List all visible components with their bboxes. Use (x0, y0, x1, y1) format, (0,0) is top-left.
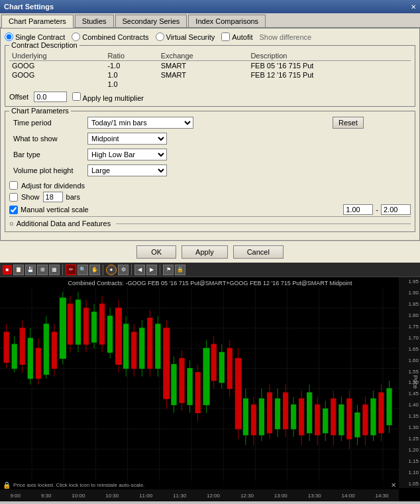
bars-label: bars (66, 193, 80, 201)
time-label-1130: 11:30 (173, 493, 186, 499)
price-label-145: 1.45 (400, 391, 419, 397)
single-contract-radio[interactable] (5, 32, 13, 41)
price-label-180: 1.80 (400, 312, 419, 318)
lock-bar: 🔒 Price axis locked. Click lock icon to … (0, 480, 399, 489)
what-to-show-select[interactable]: Midpoint Trades Bid Ask (87, 133, 167, 145)
row1-description: FEB 12 '16 715 Put (248, 70, 411, 80)
contract-description-title: Contract Description (9, 41, 79, 49)
price-label-175: 1.75 (400, 324, 419, 330)
apply-leg-multiplier-label[interactable]: Apply leg multiplier (72, 92, 144, 102)
toolbar-icon-6[interactable]: ✏ (66, 265, 76, 275)
row2-description (248, 80, 411, 89)
toolbar-icon-5[interactable]: ▦ (49, 265, 60, 275)
tab-chart-parameters[interactable]: Chart Parameters (1, 15, 74, 28)
row2-underlying (9, 80, 105, 89)
toolbar-icon-10[interactable]: ⚙ (118, 265, 129, 275)
tabs-bar: Chart Parameters Studies Secondary Serie… (0, 13, 420, 28)
price-label-115: 1.15 (400, 458, 419, 464)
price-label-190: 1.90 (400, 290, 419, 296)
time-label-1400: 14:00 (342, 493, 355, 499)
manual-scale-label: Manual vertical scale (21, 206, 341, 214)
time-label-1300: 13:00 (274, 493, 288, 499)
price-label-105: 1.05 (400, 481, 419, 487)
autofit-checkbox-label[interactable]: Autofit (221, 32, 252, 41)
row0-exchange: SMART (158, 61, 248, 71)
apply-button[interactable]: Apply (182, 245, 228, 259)
offset-input[interactable] (34, 92, 67, 102)
toolbar-icon-3[interactable]: 💾 (25, 265, 36, 275)
time-axis: 9:00 9:30 10:00 10:30 11:00 11:30 12:00 … (0, 489, 399, 501)
scale-max-input[interactable] (381, 204, 411, 215)
cancel-button[interactable]: Cancel (233, 245, 284, 259)
show-label: Show (21, 193, 40, 201)
toolbar-icon-9[interactable]: ● (106, 265, 117, 275)
params-table: Time period Today/1 min bars 1 Day/5 min… (9, 114, 411, 179)
additional-data-row: ○ Additional Data and Features (9, 216, 411, 227)
lock-icon[interactable]: 🔒 (3, 481, 11, 489)
toolbar-icon-7[interactable]: 🔍 (78, 265, 88, 275)
col-underlying: Underlying (9, 51, 105, 61)
adjust-dividends-label: Adjust for dividends (21, 182, 85, 190)
scale-separator: - (376, 206, 378, 214)
time-label-1000: 10:00 (72, 493, 85, 499)
close-lock-icon[interactable]: ✕ (391, 481, 396, 489)
bar-type-select[interactable]: High Low Bar Candlestick Line Histogram (87, 149, 167, 160)
time-period-select[interactable]: Today/1 min bars 1 Day/5 min bars 1 Week… (87, 117, 193, 129)
chart-area: ■ 📋 💾 ⊞ ▦ ✏ 🔍 ✋ ● ⚙ ◀ ▶ ⚑ 🔒 Combined Con… (0, 263, 420, 501)
row2-exchange (158, 80, 248, 89)
toolbar-icon-13[interactable]: ⚑ (163, 265, 174, 275)
toolbar-icon-8[interactable]: ✋ (89, 265, 100, 275)
row0-underlying: GOOG (9, 61, 105, 71)
toolbar-icon-11[interactable]: ◀ (134, 265, 145, 275)
show-bars-checkbox[interactable] (9, 193, 18, 202)
price-label-170: 1.70 (400, 335, 419, 341)
virtual-security-radio-label[interactable]: Virtual Security (156, 32, 215, 41)
chart-toolbar: ■ 📋 💾 ⊞ ▦ ✏ 🔍 ✋ ● ⚙ ◀ ▶ ⚑ 🔒 (0, 263, 420, 277)
time-period-label: Time period (11, 115, 83, 130)
tab-index-comparisons[interactable]: Index Comparisons (188, 15, 266, 27)
toolbar-icon-12[interactable]: ▶ (146, 265, 157, 275)
volume-plot-row: Volume plot height Large Medium Small (11, 163, 409, 178)
tab-studies[interactable]: Studies (75, 15, 114, 27)
reset-cell: Reset (330, 115, 409, 130)
single-contract-radio-label[interactable]: Single Contract (5, 32, 65, 41)
toolbar-icon-1[interactable]: ■ (3, 265, 12, 275)
chart-title: Combined Contracts: -GOOG FEB 05 '16 715… (0, 280, 420, 286)
ok-button[interactable]: OK (136, 245, 176, 259)
time-label-1430: 14:30 (376, 493, 389, 499)
additional-data-label: Additional Data and Features (17, 220, 111, 227)
autofit-checkbox[interactable] (221, 32, 230, 41)
price-label-155: 1.55 (400, 369, 419, 375)
reset-button[interactable]: Reset (333, 117, 364, 129)
manual-scale-checkbox[interactable] (9, 206, 18, 214)
show-bars-input[interactable] (43, 192, 63, 202)
time-label-1200: 12:00 (207, 493, 220, 499)
combined-contract-label: Combined Contracts (82, 33, 148, 41)
toolbar-icon-2[interactable]: 📋 (13, 265, 24, 275)
close-icon[interactable]: ✕ (411, 3, 416, 11)
combined-contract-radio-label[interactable]: Combined Contracts (72, 32, 148, 41)
row0-ratio: -1.0 (105, 61, 158, 71)
scale-min-input[interactable] (343, 204, 373, 215)
combined-contract-radio[interactable] (72, 32, 80, 41)
col-ratio: Ratio (105, 51, 158, 61)
table-row: GOOG -1.0 SMART FEB 05 '16 715 Put (9, 61, 411, 71)
row1-exchange: SMART (158, 70, 248, 80)
tab-secondary-series[interactable]: Secondary Series (115, 15, 187, 27)
row0-description: FEB 05 '16 715 Put (248, 61, 411, 71)
toolbar-icon-4[interactable]: ⊞ (37, 265, 48, 275)
what-to-show-label: What to show (11, 131, 83, 146)
contract-table: Underlying Ratio Exchange Description GO… (9, 51, 411, 89)
toolbar-icon-14[interactable]: 🔒 (175, 265, 185, 275)
apply-leg-multiplier-checkbox[interactable] (72, 92, 81, 101)
bar-type-label: Bar type (11, 147, 83, 162)
table-row: GOOG 1.0 SMART FEB 12 '16 715 Put (9, 70, 411, 80)
row1-underlying: GOOG (9, 70, 105, 80)
expand-icon[interactable]: ○ (9, 220, 14, 227)
virtual-security-label: Virtual Security (166, 33, 215, 41)
bar-type-cell: High Low Bar Candlestick Line Histogram (85, 147, 329, 162)
virtual-security-radio[interactable] (156, 32, 164, 41)
volume-plot-select[interactable]: Large Medium Small (87, 164, 167, 176)
row2-ratio: 1.0 (105, 80, 158, 89)
adjust-dividends-checkbox[interactable] (9, 181, 18, 190)
